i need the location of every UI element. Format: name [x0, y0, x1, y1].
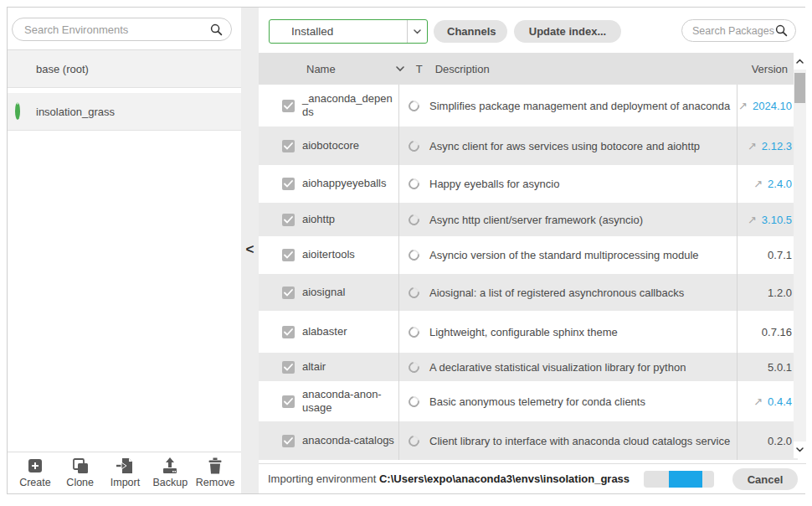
status-environment-path: C:\Users\expo\anaconda3\envs\insolation_…: [379, 472, 630, 485]
clone-button[interactable]: Clone: [58, 457, 103, 493]
create-button[interactable]: Create: [13, 457, 58, 493]
package-checkbox[interactable]: [282, 361, 295, 374]
loading-spinner-icon: [406, 212, 421, 227]
check-icon: [284, 364, 293, 371]
package-checkbox[interactable]: [282, 178, 295, 190]
search-packages-box: [681, 19, 796, 42]
package-description: Happy eyeballs for asyncio: [429, 178, 559, 190]
package-filter-select[interactable]: Installed: [269, 19, 428, 44]
env-item-insolation-grass[interactable]: insolation_grass: [8, 93, 241, 131]
package-name: aiohttp: [302, 213, 338, 226]
package-checkbox[interactable]: [282, 214, 295, 226]
packages-top-bar: Installed Channels Update index...: [259, 8, 806, 53]
column-header-type: T: [416, 63, 423, 75]
check-icon: [284, 251, 293, 259]
package-name: anaconda-catalogs: [302, 434, 398, 447]
plus-square-icon: [26, 457, 44, 475]
package-description: Lightweight, configurable sphinx theme: [429, 326, 618, 338]
search-icon: [210, 23, 223, 36]
package-version: 0.7.16: [762, 326, 792, 338]
import-button[interactable]: Import: [103, 457, 148, 493]
update-index-button[interactable]: Update index...: [514, 20, 621, 43]
env-item-base[interactable]: base (root): [8, 50, 241, 88]
column-header-name[interactable]: Name: [306, 63, 336, 75]
cancel-button[interactable]: Cancel: [732, 468, 798, 490]
channels-button[interactable]: Channels: [434, 20, 507, 43]
package-description: Aiosignal: a list of registered asynchro…: [429, 287, 684, 299]
package-version: 0.4.4: [768, 395, 792, 408]
column-header-version[interactable]: Version: [752, 63, 788, 75]
scroll-down-icon[interactable]: [794, 441, 806, 458]
table-row[interactable]: _anaconda_depends Simplifies package man…: [259, 85, 798, 126]
package-checkbox[interactable]: [282, 140, 295, 152]
tool-label: Create: [19, 477, 51, 488]
package-checkbox[interactable]: [282, 326, 295, 338]
column-header-description[interactable]: Description: [435, 63, 490, 75]
table-row[interactable]: aioitertools Asyncio version of the stan…: [259, 236, 798, 274]
packages-panel: Installed Channels Update index... Name …: [259, 8, 806, 493]
trash-icon: [206, 457, 224, 475]
navigator-window: base (root) insolation_grass Create: [7, 7, 805, 494]
package-description: Simplifies package management and deploy…: [429, 100, 730, 112]
package-checkbox[interactable]: [282, 435, 295, 447]
filter-selected-value: Installed: [270, 25, 407, 38]
check-icon: [284, 180, 293, 188]
package-version: 2.12.3: [762, 140, 792, 152]
tool-label: Clone: [66, 477, 94, 488]
check-icon: [284, 216, 293, 224]
package-version: 1.2.0: [768, 287, 792, 299]
table-row[interactable]: aiosignal Aiosignal: a list of registere…: [259, 274, 798, 311]
package-description: Basic anonymous telemetry for conda clie…: [429, 395, 645, 408]
env-loading-spinner-icon: [15, 105, 36, 118]
scroll-up-icon[interactable]: [794, 53, 806, 70]
table-row[interactable]: altair A declarative statistical visuali…: [259, 353, 798, 381]
search-environments-box: [12, 18, 232, 41]
package-checkbox[interactable]: [282, 249, 295, 261]
check-icon: [284, 102, 293, 110]
remove-button[interactable]: Remove: [193, 457, 238, 493]
search-packages-input[interactable]: [692, 25, 775, 37]
table-row[interactable]: aiobotocore Async client for aws service…: [259, 126, 798, 165]
check-icon: [284, 328, 293, 336]
search-environments-input[interactable]: [24, 23, 210, 36]
package-name: aiobotocore: [302, 139, 362, 152]
copy-icon: [71, 457, 90, 475]
loading-spinner-icon: [406, 138, 421, 153]
sort-chevron-down-icon[interactable]: [396, 66, 404, 72]
package-checkbox[interactable]: [282, 395, 295, 408]
scrollbar-thumb[interactable]: [794, 73, 805, 103]
upgrade-arrow-icon[interactable]: ↗: [738, 100, 748, 112]
env-spinner-slot: [15, 62, 36, 75]
status-message-text: Importing environment: [268, 472, 376, 485]
env-name: base (root): [36, 63, 89, 75]
table-row[interactable]: aiohappyeyeballs Happy eyeballs for asyn…: [259, 165, 798, 203]
collapse-panel-chevron-icon[interactable]: <: [243, 239, 257, 261]
package-table-header: Name T Description Version: [259, 53, 798, 85]
upgrade-arrow-icon[interactable]: ↗: [753, 178, 763, 190]
package-version: 2024.10: [753, 100, 792, 112]
env-name: insolation_grass: [36, 106, 115, 118]
package-description: Async http client/server framework (asyn…: [429, 214, 643, 226]
loading-spinner-icon: [406, 285, 421, 300]
upgrade-arrow-icon[interactable]: ↗: [753, 395, 763, 408]
progress-chunk: [669, 471, 702, 488]
package-checkbox[interactable]: [282, 100, 295, 112]
package-version: 0.7.1: [768, 249, 792, 261]
import-progress-bar: [644, 471, 714, 488]
table-row[interactable]: anaconda-anon-usage Basic anonymous tele…: [259, 381, 798, 421]
check-icon: [284, 289, 293, 297]
table-scrollbar[interactable]: [794, 53, 806, 458]
table-row[interactable]: aiohttp Async http client/server framewo…: [259, 203, 798, 236]
search-icon: [775, 24, 788, 37]
table-row[interactable]: anaconda-catalogs Client library to inte…: [259, 421, 798, 460]
tool-label: Remove: [196, 477, 235, 488]
environment-toolbar: Create Clone Import: [8, 452, 241, 493]
package-description: Asyncio version of the standard multipro…: [429, 249, 699, 261]
chevron-down-icon: [407, 20, 427, 43]
package-version: 3.10.5: [762, 214, 792, 226]
upgrade-arrow-icon[interactable]: ↗: [748, 214, 757, 226]
backup-button[interactable]: Backup: [147, 457, 193, 493]
package-checkbox[interactable]: [282, 287, 295, 299]
table-row[interactable]: alabaster Lightweight, configurable sphi…: [259, 311, 798, 353]
upgrade-arrow-icon[interactable]: ↗: [748, 140, 757, 152]
